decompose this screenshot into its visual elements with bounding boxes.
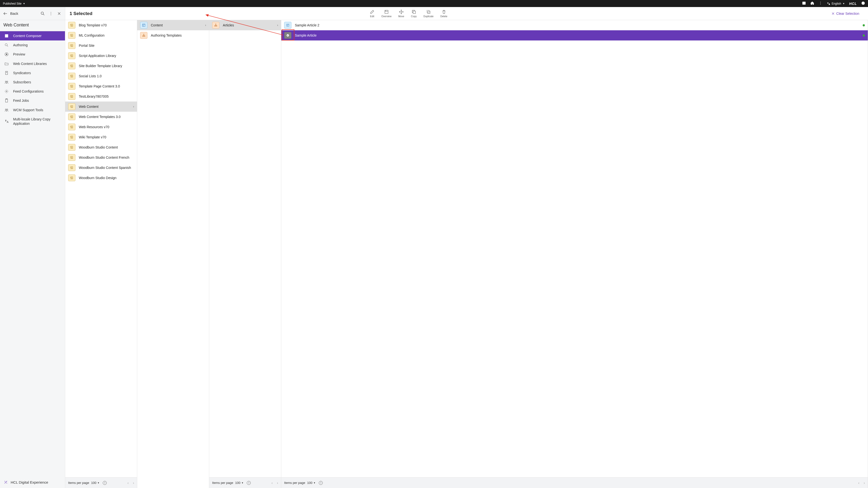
svg-point-111 bbox=[143, 36, 143, 37]
next-page[interactable]: › bbox=[864, 481, 865, 485]
close-icon[interactable] bbox=[56, 11, 62, 17]
column-row[interactable]: Authoring Templates bbox=[137, 30, 209, 40]
row-label: Web Content bbox=[79, 105, 98, 108]
library-row[interactable]: Template Page Content 3.0 bbox=[65, 81, 137, 91]
back-button[interactable] bbox=[3, 11, 8, 16]
column-row[interactable]: Sample Article 2 bbox=[281, 20, 868, 30]
tool-label: Move bbox=[398, 15, 404, 18]
info-icon[interactable]: i bbox=[103, 481, 107, 485]
language-dropdown[interactable]: English ▼ bbox=[827, 2, 845, 5]
library-row[interactable]: Web Content› bbox=[65, 101, 137, 112]
library-row[interactable]: Woodburn Studio Content French bbox=[65, 153, 137, 163]
items-per-page-label: Items per page bbox=[212, 481, 233, 485]
overview-button[interactable]: Overview bbox=[381, 9, 392, 18]
next-page[interactable]: › bbox=[277, 481, 278, 485]
library-icon bbox=[68, 42, 75, 49]
per-page-dropdown[interactable]: 100▼ bbox=[307, 481, 316, 485]
svg-point-42 bbox=[7, 109, 8, 110]
column-row[interactable]: Content› bbox=[137, 20, 209, 30]
svg-line-10 bbox=[43, 14, 44, 15]
clear-selection-label: Clear Selection bbox=[836, 12, 859, 15]
svg-rect-22 bbox=[427, 10, 429, 12]
site-mode-dropdown[interactable]: Published Site ▼ bbox=[3, 2, 25, 5]
sidebar-item-content-composer[interactable]: Content Composer bbox=[0, 31, 65, 40]
sidebar-item-syndicators[interactable]: Syndicators bbox=[0, 68, 65, 77]
tool-label: Copy bbox=[411, 15, 416, 18]
sidebar-item-mllc[interactable]: Multi-locale Library Copy Application bbox=[0, 115, 65, 128]
prev-page[interactable]: ‹ bbox=[127, 481, 129, 485]
home-icon[interactable] bbox=[810, 1, 814, 6]
info-icon[interactable] bbox=[861, 1, 865, 6]
copy-button[interactable]: Copy bbox=[411, 9, 416, 18]
chevron-right-icon: › bbox=[277, 24, 278, 27]
column-row[interactable]: Articles› bbox=[209, 20, 281, 30]
sidebar-item-subscribers[interactable]: Subscribers bbox=[0, 77, 65, 87]
row-label: Articles bbox=[223, 23, 234, 27]
library-row[interactable]: Woodburn Studio Content Spanish bbox=[65, 163, 137, 173]
svg-point-131 bbox=[287, 34, 289, 36]
panel-icon[interactable] bbox=[802, 1, 806, 6]
row-label: Woodburn Studio Content French bbox=[79, 156, 129, 159]
sidebar-item-label: Content Composer bbox=[13, 34, 42, 38]
svg-point-36 bbox=[5, 81, 6, 83]
library-icon bbox=[68, 154, 75, 161]
sidebar-item-feed-jobs[interactable]: Feed Jobs bbox=[0, 96, 65, 105]
site-mode-label: Published Site bbox=[3, 2, 22, 5]
column-content: Content›Authoring Templates bbox=[137, 20, 209, 488]
sidebar-title: Web Content bbox=[0, 20, 65, 31]
sidebar-item-label: Web Content Libraries bbox=[13, 62, 47, 66]
library-row[interactable]: Portal Site bbox=[65, 40, 137, 51]
topbar: Published Site ▼ English ▼ HCL bbox=[0, 0, 868, 7]
info-icon[interactable]: i bbox=[319, 481, 323, 485]
library-row[interactable]: Blog Template v70 bbox=[65, 20, 137, 30]
sidebar-item-libraries[interactable]: Web Content Libraries bbox=[0, 59, 65, 68]
move-button[interactable]: Move bbox=[398, 9, 404, 18]
search-icon[interactable] bbox=[40, 11, 45, 17]
library-row[interactable]: Web Resources v70 bbox=[65, 122, 137, 132]
svg-point-3 bbox=[820, 3, 821, 3]
svg-point-9 bbox=[41, 12, 43, 14]
library-row[interactable]: Social Lists 1.0 bbox=[65, 71, 137, 81]
duplicate-button[interactable]: Duplicate bbox=[423, 9, 434, 18]
status-dot bbox=[863, 24, 865, 26]
prev-page[interactable]: ‹ bbox=[272, 481, 273, 485]
delete-button[interactable]: Delete bbox=[440, 9, 447, 18]
clear-selection-button[interactable]: Clear Selection bbox=[831, 12, 864, 15]
library-row[interactable]: ML Configuration bbox=[65, 30, 137, 40]
svg-line-30 bbox=[7, 45, 8, 46]
library-icon bbox=[68, 103, 75, 110]
sidebar-item-preview[interactable]: Preview bbox=[0, 50, 65, 59]
sidebar-item-label: Authoring bbox=[13, 43, 28, 47]
column-row[interactable]: Sample Article bbox=[281, 30, 868, 40]
sitearea-icon bbox=[140, 32, 147, 39]
library-row[interactable]: Script Application Library bbox=[65, 51, 137, 61]
library-row[interactable]: TestLibrary7807005 bbox=[65, 91, 137, 101]
sidebar-item-feed-config[interactable]: Feed Configurations bbox=[0, 87, 65, 96]
more-icon[interactable] bbox=[818, 1, 823, 6]
library-row[interactable]: Wiki Template v70 bbox=[65, 132, 137, 142]
prev-page[interactable]: ‹ bbox=[858, 481, 860, 485]
info-icon[interactable]: i bbox=[247, 481, 251, 485]
next-page[interactable]: › bbox=[133, 481, 134, 485]
svg-rect-0 bbox=[803, 2, 805, 5]
row-label: Woodburn Studio Design bbox=[79, 176, 116, 180]
svg-point-119 bbox=[216, 24, 216, 25]
row-label: Blog Template v70 bbox=[79, 23, 107, 27]
library-row[interactable]: Site Builder Template Library bbox=[65, 61, 137, 71]
sidebar-item-wcm-support[interactable]: WCM Support Tools bbox=[0, 105, 65, 115]
per-page-dropdown[interactable]: 100▼ bbox=[235, 481, 244, 485]
svg-marker-32 bbox=[6, 54, 7, 55]
sidebar-item-authoring[interactable]: Authoring bbox=[0, 40, 65, 50]
svg-rect-33 bbox=[6, 71, 8, 75]
library-row[interactable]: Woodburn Studio Content bbox=[65, 142, 137, 153]
row-label: Woodburn Studio Content bbox=[79, 145, 118, 149]
tool-label: Overview bbox=[381, 15, 392, 18]
row-label: Web Content Templates 3.0 bbox=[79, 115, 121, 119]
per-page-dropdown[interactable]: 100▼ bbox=[91, 481, 100, 485]
edit-button[interactable]: Edit bbox=[370, 9, 375, 18]
columns: Blog Template v70ML ConfigurationPortal … bbox=[65, 20, 868, 488]
library-row[interactable]: Woodburn Studio Design bbox=[65, 173, 137, 183]
library-row[interactable]: Web Content Templates 3.0 bbox=[65, 112, 137, 122]
more-icon[interactable] bbox=[48, 11, 54, 17]
header: Back 1 Selected Edit Overview Move bbox=[0, 7, 868, 20]
